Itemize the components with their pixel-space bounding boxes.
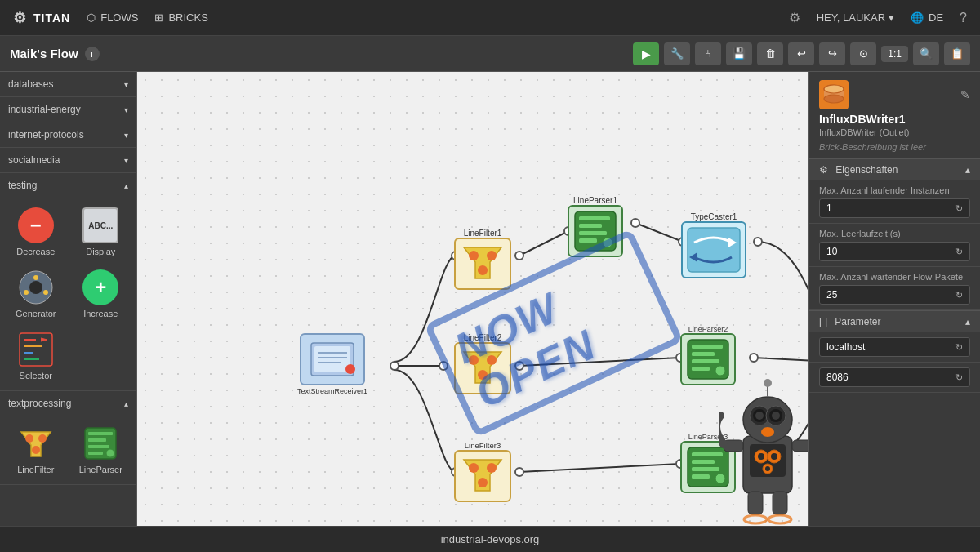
svg-point-96 bbox=[761, 427, 774, 437]
prop-field-max-instanzen-value: 1 bbox=[826, 203, 832, 214]
main-layout: databases ▾ industrial-energy ▾ internet… bbox=[0, 72, 980, 526]
app-name: TITAN bbox=[33, 11, 70, 24]
svg-rect-58 bbox=[579, 238, 597, 243]
testing-items: − Decrease ABC... Display bbox=[0, 198, 136, 390]
bricks-icon: ⊞ bbox=[154, 11, 163, 24]
refresh-port-icon[interactable]: ↻ bbox=[956, 372, 963, 383]
language-selector[interactable]: 🌐 DE bbox=[911, 11, 943, 24]
zoom-level: 1:1 bbox=[881, 46, 908, 62]
textprocessing-items: LineFilter LineParser bbox=[0, 416, 136, 484]
gear-section-icon: ⚙ bbox=[819, 164, 828, 176]
chevron-down-icon: ▾ bbox=[124, 80, 128, 89]
category-industrial-energy-label: industrial-energy bbox=[8, 104, 81, 115]
refresh-host-icon[interactable]: ↻ bbox=[956, 342, 963, 353]
sidebar-item-lineparser[interactable]: LineParser bbox=[70, 421, 132, 479]
save-button[interactable]: 💾 bbox=[726, 42, 752, 65]
node-label-typecaster1-top: TypeCaster1 bbox=[691, 212, 737, 221]
refresh-leerlaufzeit-icon[interactable]: ↻ bbox=[956, 247, 963, 257]
prop-field-port-input[interactable]: 8086 ↻ bbox=[819, 367, 970, 387]
category-industrial-energy-header[interactable]: industrial-energy ▾ bbox=[0, 97, 136, 122]
svg-point-86 bbox=[771, 453, 777, 460]
svg-point-44 bbox=[487, 251, 497, 260]
parameter-section-header[interactable]: [ ] Parameter ▴ bbox=[809, 310, 980, 332]
robot-svg bbox=[719, 363, 808, 526]
node-linefilter2[interactable]: LineFilter2 bbox=[454, 332, 511, 394]
settings-icon[interactable]: ⚙ bbox=[789, 10, 800, 25]
copy-button[interactable]: 📋 bbox=[944, 42, 970, 65]
help-icon[interactable]: ? bbox=[960, 11, 967, 25]
prop-field-leerlaufzeit: Max. Leerlaufzeit (s) 10 ↻ bbox=[809, 224, 980, 267]
svg-rect-68 bbox=[692, 460, 715, 464]
robot-mascot bbox=[719, 363, 808, 526]
undo-button[interactable]: ↩ bbox=[788, 42, 814, 65]
nav-right: ⚙ HEY, LAUKAR ▾ 🌐 DE ? bbox=[789, 10, 967, 25]
sidebar-item-display[interactable]: ABC... Display bbox=[70, 203, 132, 261]
sidebar-item-increase[interactable]: + Increase bbox=[70, 265, 132, 323]
svg-rect-57 bbox=[579, 231, 607, 235]
node-lineparser1[interactable]: LineParser1 bbox=[568, 194, 623, 257]
node-linefilter3[interactable]: LineFilter3 bbox=[454, 439, 511, 502]
eigenschaften-section-header[interactable]: ⚙ Eigenschaften ▴ bbox=[809, 158, 980, 180]
nav-bricks[interactable]: ⊞ BRICKS bbox=[154, 11, 207, 24]
category-internet-protocols: internet-protocols ▾ bbox=[0, 122, 136, 148]
node-textstreamreceiver1[interactable]: TextStreamReceiver1 bbox=[297, 333, 368, 395]
nav-flows[interactable]: ⬡ FLOWS bbox=[87, 11, 138, 24]
svg-rect-100 bbox=[792, 440, 808, 452]
category-testing-header[interactable]: testing ▴ bbox=[0, 173, 136, 198]
user-name: HEY, LAUKAR bbox=[817, 11, 885, 24]
chevron-down-icon4: ▾ bbox=[124, 156, 128, 165]
node-label-textstreamreceiver1: TextStreamReceiver1 bbox=[297, 387, 368, 395]
prop-field-host-input[interactable]: localhost ↻ bbox=[819, 337, 970, 357]
flow-button2[interactable]: ⑃ bbox=[695, 42, 721, 65]
refresh-instanzen-icon[interactable]: ↻ bbox=[956, 203, 963, 214]
category-textprocessing-header[interactable]: textprocessing ▴ bbox=[0, 391, 136, 416]
node-box-linefilter2 bbox=[454, 342, 511, 394]
prop-field-wartende-input[interactable]: 25 ↻ bbox=[819, 285, 970, 305]
sidebar-item-decrease[interactable]: − Decrease bbox=[5, 203, 67, 261]
prop-field-wartende: Max. Anzahl wartender Flow-Pakete 25 ↻ bbox=[809, 267, 980, 310]
svg-point-49 bbox=[478, 370, 488, 380]
selector-icon-container bbox=[18, 332, 54, 367]
redo-button[interactable]: ↪ bbox=[819, 42, 845, 65]
footer: industrial-devops.org bbox=[0, 526, 980, 552]
svg-point-88 bbox=[765, 466, 770, 471]
svg-point-92 bbox=[755, 412, 764, 420]
category-socialmedia-header[interactable]: socialmedia ▾ bbox=[0, 148, 136, 172]
node-typecaster1[interactable]: TypeCaster1 bbox=[681, 211, 746, 278]
canvas-area[interactable]: TextStreamReceiver1 LineFilter1 LineFilt… bbox=[137, 72, 808, 526]
node-linefilter1[interactable]: LineFilter1 bbox=[454, 227, 511, 290]
svg-point-84 bbox=[758, 453, 764, 460]
category-databases-header[interactable]: databases ▾ bbox=[0, 72, 136, 96]
prop-edit-icon[interactable]: ✎ bbox=[960, 88, 970, 101]
svg-point-33 bbox=[515, 468, 523, 476]
prop-field-leerlaufzeit-input[interactable]: 10 ↻ bbox=[819, 242, 970, 261]
sidebar-item-linefilter[interactable]: LineFilter bbox=[5, 421, 67, 479]
svg-rect-15 bbox=[88, 432, 113, 435]
svg-rect-70 bbox=[692, 474, 710, 479]
flow-info-button[interactable]: i bbox=[85, 47, 100, 61]
svg-point-104 bbox=[768, 515, 791, 523]
zoom-in-button[interactable]: 🔍 bbox=[913, 42, 939, 65]
prop-field-max-instanzen-input[interactable]: 1 ↻ bbox=[819, 198, 970, 218]
increase-label: Increase bbox=[83, 309, 118, 318]
refresh-wartende-icon[interactable]: ↻ bbox=[956, 290, 963, 300]
prop-subtitle: InfluxDBWriter (Outlet) bbox=[809, 127, 980, 140]
sidebar-item-generator[interactable]: Generator bbox=[5, 265, 67, 323]
flows-icon: ⬡ bbox=[87, 11, 96, 24]
prop-field-max-instanzen: Max. Anzahl laufender Instanzen 1 ↻ bbox=[809, 180, 980, 224]
play-button[interactable]: ▶ bbox=[633, 42, 659, 65]
display-icon-container: ABC... bbox=[82, 207, 118, 243]
svg-point-59 bbox=[603, 238, 612, 247]
delete-button[interactable]: 🗑 bbox=[757, 42, 783, 65]
svg-point-30 bbox=[750, 354, 758, 362]
wrench-button[interactable]: 🔧 bbox=[664, 42, 690, 65]
sidebar-item-selector[interactable]: Selector bbox=[5, 327, 67, 385]
category-internet-protocols-header[interactable]: internet-protocols ▾ bbox=[0, 122, 136, 147]
svg-point-4 bbox=[24, 290, 29, 295]
category-internet-protocols-label: internet-protocols bbox=[8, 129, 84, 140]
node-label-lineparser2-top: LineParser2 bbox=[688, 325, 728, 333]
svg-rect-56 bbox=[579, 224, 602, 228]
user-menu[interactable]: HEY, LAUKAR ▾ bbox=[817, 11, 894, 24]
category-testing: testing ▴ − Decrease ABC... Display bbox=[0, 173, 136, 391]
zoom-fit-button[interactable]: ⊙ bbox=[850, 42, 876, 65]
